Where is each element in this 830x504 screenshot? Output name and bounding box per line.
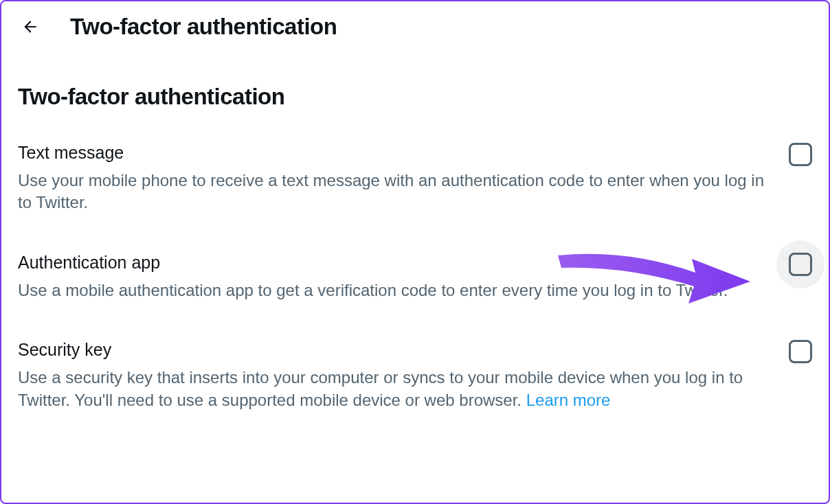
option-security-key: Security key Use a security key that ins… — [18, 340, 812, 411]
checkbox-text-message[interactable] — [789, 143, 812, 166]
option-desc-security-key: Use a security key that inserts into you… — [18, 367, 812, 411]
option-title-text-message: Text message — [18, 143, 124, 163]
option-text-message: Text message Use your mobile phone to re… — [18, 143, 812, 214]
checkbox-security-key[interactable] — [789, 340, 812, 363]
arrow-left-icon — [21, 18, 39, 36]
option-desc-text-message: Use your mobile phone to receive a text … — [18, 170, 812, 214]
option-title-security-key: Security key — [18, 340, 111, 360]
back-button[interactable] — [18, 14, 43, 39]
learn-more-link[interactable]: Learn more — [526, 391, 611, 409]
option-authentication-app: Authentication app Use a mobile authenti… — [18, 253, 812, 301]
checkbox-authentication-app[interactable] — [789, 253, 812, 276]
section-title: Two-factor authentication — [18, 84, 812, 110]
page-header-title: Two-factor authentication — [70, 14, 337, 40]
option-title-authentication-app: Authentication app — [18, 253, 160, 273]
option-desc-authentication-app: Use a mobile authentication app to get a… — [18, 279, 812, 301]
